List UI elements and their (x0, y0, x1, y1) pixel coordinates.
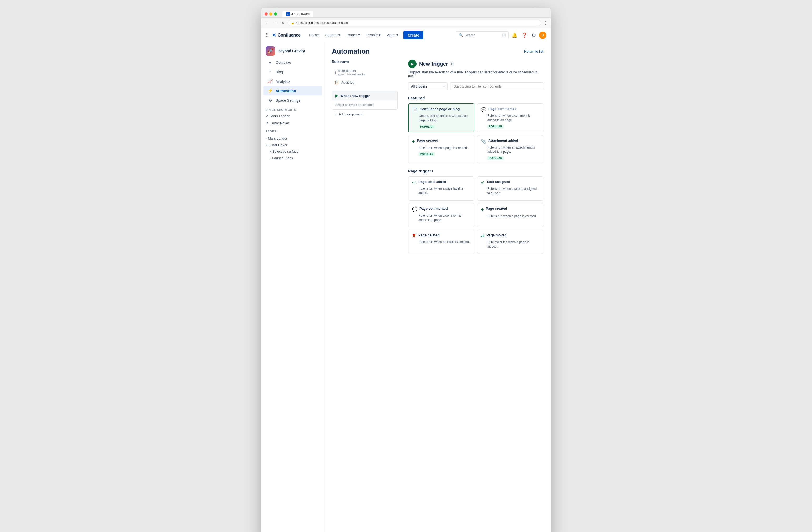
page-launch-plans[interactable]: › Launch Plans (261, 155, 324, 161)
sidebar-item-blog[interactable]: ❝ Blog (263, 67, 322, 76)
page-deleted-icon: 🗑 (412, 233, 416, 238)
maximize-dot[interactable] (274, 12, 277, 15)
close-dot[interactable] (264, 12, 268, 15)
page-created2-header: + Page created (481, 207, 539, 212)
page-trigger-task-assigned[interactable]: ✔ Task assigned Rule is run when a task … (477, 176, 543, 201)
confluence-logo-icon: ✕ (272, 32, 276, 38)
create-button[interactable]: Create (403, 31, 423, 40)
shortcut-mars-label: Mars Lander (270, 114, 290, 118)
confluence-logo[interactable]: ✕ Confluence (272, 32, 301, 38)
overview-label: Overview (276, 60, 291, 65)
browser-window: Jira Software ← → ↻ 🔒 https://cloud.atla… (261, 8, 551, 532)
page-trigger-page-created2[interactable]: + Page created Rule is run when a page i… (477, 203, 543, 227)
page-chevron-icon: › (270, 157, 271, 160)
sidebar-item-automation[interactable]: ⚡ Automation (263, 86, 322, 95)
page-moved-desc: Rule executes when a page is moved. (487, 240, 539, 249)
page-selective-surface[interactable]: • Selective surface (261, 148, 324, 155)
confluence-page-desc: Create, edit or delete a Confluence page… (419, 114, 470, 123)
search-box[interactable]: 🔍 Search / (456, 31, 509, 39)
sidebar-item-settings[interactable]: ⚙ Space Settings (263, 96, 322, 105)
page-created2-desc: Rule is run when a page is created. (487, 214, 539, 218)
audit-log-item[interactable]: 📋 Audit log (332, 78, 397, 87)
page-mars-lander[interactable]: • Mars Lander (261, 135, 324, 142)
page-lunar-rover[interactable]: ▾ Lunar Rover (261, 142, 324, 148)
featured-grid: 📄 Confluence page or blog Create, edit o… (408, 103, 543, 163)
shortcut-mars-lander[interactable]: ↗ Mars Lander (261, 113, 324, 120)
browser-dots (264, 12, 277, 15)
nav-people[interactable]: People ▾ (363, 28, 384, 42)
browser-tab[interactable]: Jira Software (282, 11, 314, 17)
page-trigger-label-added[interactable]: 🏷 Page label added Rule is run when a pa… (408, 176, 474, 201)
page-commented-title: Page commented (488, 107, 517, 110)
rule-details-item[interactable]: ℹ Rule details Actor: Jira automation (332, 67, 397, 78)
app-body: 🚀 Beyond Gravity ≡ Overview ❝ Blog 📈 Ana… (261, 42, 551, 532)
rule-panel: Rule name ℹ Rule details Actor: Jira aut… (332, 60, 403, 256)
settings-button[interactable]: ⚙ (531, 31, 537, 39)
people-arrow-icon: ▾ (379, 33, 380, 37)
app-header: ⠿ ✕ Confluence Home Spaces ▾ Pages ▾ Peo… (261, 28, 551, 42)
sidebar-item-overview[interactable]: ≡ Overview (263, 58, 322, 67)
address-bar[interactable]: 🔒 https://cloud.atlassian.net/automation (288, 20, 541, 26)
confluence-page-title: Confluence page or blog (420, 107, 460, 111)
nav-spaces[interactable]: Spaces ▾ (322, 28, 344, 42)
trigger-delete-icon[interactable]: 🗑 (451, 61, 455, 66)
shortcuts-label: SPACE SHORTCUTS (261, 105, 324, 113)
page-trigger-page-moved[interactable]: ⇄ Page moved Rule executes when a page i… (477, 230, 543, 254)
trigger-card-page-created[interactable]: + Page created Rule is run when a page i… (408, 135, 474, 164)
return-to-list-link[interactable]: Return to list (524, 47, 543, 53)
content-header: Automation Return to list (324, 42, 551, 56)
rule-details-label: Rule details (338, 69, 366, 73)
label-added-title: Page label added (418, 180, 446, 184)
header-right: 🔍 Search / 🔔 ❓ ⚙ U (456, 31, 547, 39)
page-created-card-header: + Page created (412, 138, 470, 144)
grid-icon[interactable]: ⠿ (265, 32, 269, 38)
attachment-title: Attachment added (488, 138, 518, 143)
user-avatar[interactable]: U (539, 31, 547, 39)
browser-menu[interactable]: ⋮ (543, 20, 548, 26)
filter-input[interactable] (450, 82, 543, 90)
pages-arrow-icon: ▾ (358, 33, 360, 37)
rule-component-header[interactable]: ▶ When: new trigger (332, 91, 397, 100)
label-added-icon: 🏷 (412, 180, 416, 185)
page-commented2-icon: 💬 (412, 207, 417, 212)
settings-label: Space Settings (276, 98, 300, 103)
nav-home[interactable]: Home (306, 28, 322, 42)
rule-name-title: Rule name (332, 60, 397, 64)
nav-home-label: Home (309, 33, 319, 37)
rule-details-sub: Actor: Jira automation (338, 73, 366, 76)
tab-favicon-icon (286, 12, 290, 16)
page-trigger-page-deleted[interactable]: 🗑 Page deleted Rule is run when an issue… (408, 230, 474, 254)
apps-arrow-icon: ▾ (396, 33, 398, 37)
nav-apps[interactable]: Apps ▾ (383, 28, 401, 42)
help-button[interactable]: ❓ (521, 31, 528, 39)
settings-icon: ⚙ (268, 98, 273, 103)
sidebar-item-analytics[interactable]: 📈 Analytics (263, 77, 322, 86)
page-commented2-header: 💬 Page commented (412, 207, 470, 212)
page-deleted-title: Page deleted (418, 233, 439, 237)
minimize-dot[interactable] (269, 12, 272, 15)
back-button[interactable]: ← (264, 20, 270, 26)
trigger-card-attachment-added[interactable]: 📎 Attachment added Rule is run when an a… (477, 135, 543, 164)
component-play-icon: ▶ (335, 93, 338, 98)
page-bullet-icon-1: • (265, 137, 267, 140)
reload-button[interactable]: ↻ (280, 20, 286, 26)
forward-button[interactable]: → (272, 20, 278, 26)
shortcut-lunar-rover[interactable]: ↗ Lunar Rover (261, 120, 324, 127)
nav-pages[interactable]: Pages ▾ (344, 28, 363, 42)
header-nav: Home Spaces ▾ Pages ▾ People ▾ Apps ▾ (306, 28, 401, 42)
external-link-icon-1: ↗ (265, 114, 268, 118)
trigger-card-confluence-page[interactable]: 📄 Confluence page or blog Create, edit o… (408, 103, 474, 132)
pages-section: • Mars Lander ▾ Lunar Rover • Selective … (261, 134, 324, 162)
trigger-card-page-commented[interactable]: 💬 Page commented Rule is run when a comm… (477, 103, 543, 132)
page-commented2-title: Page commented (419, 207, 448, 210)
page-created2-title: Page created (486, 207, 507, 210)
dropdown-arrow-icon: ▾ (443, 85, 445, 88)
page-deleted-desc: Rule is run when an issue is deleted. (418, 240, 470, 244)
notifications-button[interactable]: 🔔 (511, 31, 519, 39)
page-trigger-page-commented[interactable]: 💬 Page commented Rule is run when a comm… (408, 203, 474, 227)
automation-icon: ⚡ (268, 88, 273, 93)
sidebar: 🚀 Beyond Gravity ≡ Overview ❝ Blog 📈 Ana… (261, 42, 324, 532)
sidebar-space-header: 🚀 Beyond Gravity (261, 42, 324, 58)
add-component-button[interactable]: + Add component (332, 109, 397, 119)
all-triggers-dropdown[interactable]: All triggers ▾ (408, 82, 448, 90)
